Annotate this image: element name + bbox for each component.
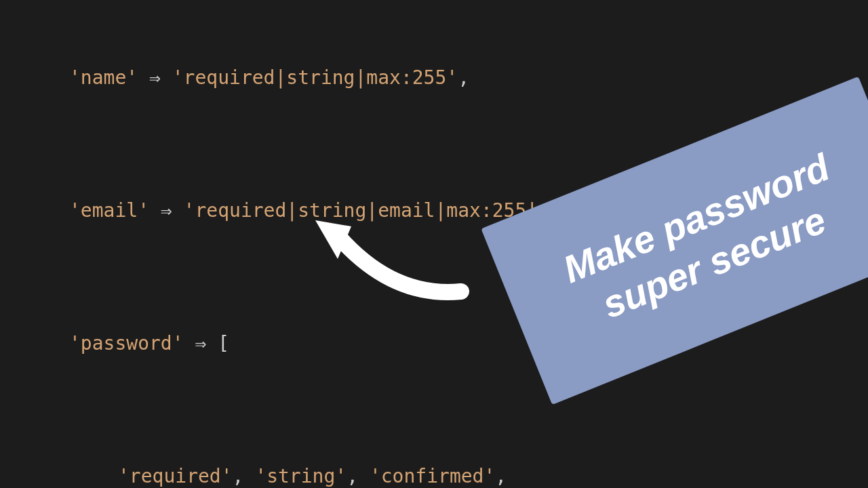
code-line-password-open: 'password' ⇒ [ [69,329,868,358]
code-line-password-rules: 'required', 'string', 'confirmed', [69,462,868,488]
code-line-name: 'name' ⇒ 'required|string|max:255', [69,64,868,92]
